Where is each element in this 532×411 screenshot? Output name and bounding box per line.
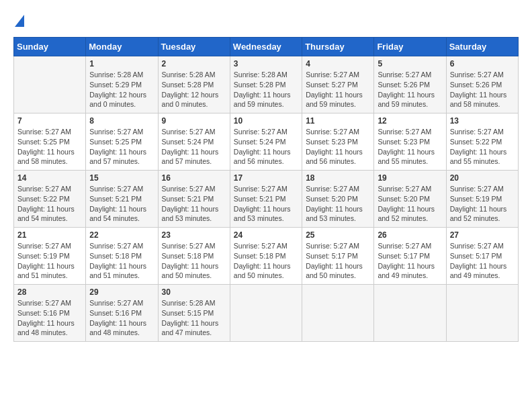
day-info: Sunrise: 5:27 AM Sunset: 5:21 PM Dayligh… — [162, 184, 226, 224]
day-number: 27 — [450, 230, 515, 240]
calendar-cell: 11Sunrise: 5:27 AM Sunset: 5:23 PM Dayli… — [302, 113, 374, 171]
col-header-wednesday: Wednesday — [230, 38, 302, 56]
day-number: 23 — [162, 230, 226, 240]
day-number: 17 — [234, 173, 298, 183]
calendar-cell: 18Sunrise: 5:27 AM Sunset: 5:20 PM Dayli… — [302, 171, 374, 228]
calendar-cell: 1Sunrise: 5:28 AM Sunset: 5:29 PM Daylig… — [86, 56, 158, 113]
calendar-cell: 15Sunrise: 5:27 AM Sunset: 5:21 PM Dayli… — [86, 171, 158, 228]
day-info: Sunrise: 5:27 AM Sunset: 5:19 PM Dayligh… — [450, 184, 515, 224]
day-info: Sunrise: 5:27 AM Sunset: 5:25 PM Dayligh… — [89, 127, 154, 167]
calendar-week-row: 7Sunrise: 5:27 AM Sunset: 5:25 PM Daylig… — [14, 113, 519, 171]
calendar-cell: 10Sunrise: 5:27 AM Sunset: 5:24 PM Dayli… — [230, 113, 302, 171]
day-number: 22 — [89, 230, 154, 240]
day-number: 14 — [17, 173, 82, 183]
col-header-sunday: Sunday — [14, 38, 86, 56]
calendar-cell: 22Sunrise: 5:27 AM Sunset: 5:18 PM Dayli… — [86, 228, 158, 285]
page-header — [13, 13, 519, 30]
day-number: 15 — [89, 173, 154, 183]
day-number: 3 — [234, 59, 298, 68]
calendar-cell: 19Sunrise: 5:27 AM Sunset: 5:20 PM Dayli… — [374, 171, 446, 228]
calendar-cell: 25Sunrise: 5:27 AM Sunset: 5:17 PM Dayli… — [302, 228, 374, 285]
day-number: 12 — [378, 116, 442, 126]
calendar-cell: 23Sunrise: 5:27 AM Sunset: 5:18 PM Dayli… — [158, 228, 230, 285]
calendar-cell: 27Sunrise: 5:27 AM Sunset: 5:17 PM Dayli… — [446, 228, 518, 285]
day-info: Sunrise: 5:27 AM Sunset: 5:17 PM Dayligh… — [306, 241, 370, 281]
day-info: Sunrise: 5:27 AM Sunset: 5:20 PM Dayligh… — [378, 184, 442, 224]
calendar-cell: 3Sunrise: 5:28 AM Sunset: 5:28 PM Daylig… — [230, 56, 302, 113]
calendar-cell: 4Sunrise: 5:27 AM Sunset: 5:27 PM Daylig… — [302, 56, 374, 113]
col-header-tuesday: Tuesday — [158, 38, 230, 56]
logo-arrow-icon — [15, 14, 24, 30]
day-number: 25 — [306, 230, 370, 240]
day-number: 1 — [89, 59, 154, 68]
day-info: Sunrise: 5:27 AM Sunset: 5:23 PM Dayligh… — [306, 127, 370, 167]
calendar-table: SundayMondayTuesdayWednesdayThursdayFrid… — [13, 37, 519, 342]
day-number: 10 — [234, 116, 298, 126]
day-number: 18 — [306, 173, 370, 183]
day-number: 19 — [378, 173, 442, 183]
day-number: 2 — [162, 59, 226, 68]
day-number: 30 — [162, 287, 226, 297]
day-info: Sunrise: 5:28 AM Sunset: 5:15 PM Dayligh… — [162, 298, 226, 338]
calendar-cell: 16Sunrise: 5:27 AM Sunset: 5:21 PM Dayli… — [158, 171, 230, 228]
day-number: 20 — [450, 173, 515, 183]
calendar-week-row: 28Sunrise: 5:27 AM Sunset: 5:16 PM Dayli… — [14, 285, 519, 342]
calendar-cell — [374, 285, 446, 342]
day-info: Sunrise: 5:27 AM Sunset: 5:25 PM Dayligh… — [17, 127, 82, 167]
day-number: 4 — [306, 59, 370, 68]
col-header-friday: Friday — [374, 38, 446, 56]
calendar-cell: 7Sunrise: 5:27 AM Sunset: 5:25 PM Daylig… — [14, 113, 86, 171]
day-number: 5 — [378, 59, 442, 68]
col-header-saturday: Saturday — [446, 38, 518, 56]
col-header-monday: Monday — [86, 38, 158, 56]
calendar-cell: 14Sunrise: 5:27 AM Sunset: 5:22 PM Dayli… — [14, 171, 86, 228]
calendar-week-row: 1Sunrise: 5:28 AM Sunset: 5:29 PM Daylig… — [14, 56, 519, 113]
day-info: Sunrise: 5:27 AM Sunset: 5:18 PM Dayligh… — [162, 241, 226, 281]
day-info: Sunrise: 5:27 AM Sunset: 5:18 PM Dayligh… — [234, 241, 298, 281]
day-info: Sunrise: 5:27 AM Sunset: 5:17 PM Dayligh… — [450, 241, 515, 281]
calendar-cell: 8Sunrise: 5:27 AM Sunset: 5:25 PM Daylig… — [86, 113, 158, 171]
day-info: Sunrise: 5:27 AM Sunset: 5:19 PM Dayligh… — [17, 241, 82, 281]
calendar-cell — [302, 285, 374, 342]
calendar-week-row: 21Sunrise: 5:27 AM Sunset: 5:19 PM Dayli… — [14, 228, 519, 285]
day-number: 28 — [17, 287, 82, 297]
day-number: 26 — [378, 230, 442, 240]
day-info: Sunrise: 5:27 AM Sunset: 5:26 PM Dayligh… — [378, 70, 442, 109]
day-info: Sunrise: 5:27 AM Sunset: 5:16 PM Dayligh… — [89, 298, 154, 338]
calendar-cell: 17Sunrise: 5:27 AM Sunset: 5:21 PM Dayli… — [230, 171, 302, 228]
day-info: Sunrise: 5:27 AM Sunset: 5:20 PM Dayligh… — [306, 184, 370, 224]
svg-marker-0 — [15, 15, 24, 27]
day-number: 8 — [89, 116, 154, 126]
calendar-cell: 24Sunrise: 5:27 AM Sunset: 5:18 PM Dayli… — [230, 228, 302, 285]
calendar-cell: 28Sunrise: 5:27 AM Sunset: 5:16 PM Dayli… — [14, 285, 86, 342]
calendar-cell: 30Sunrise: 5:28 AM Sunset: 5:15 PM Dayli… — [158, 285, 230, 342]
calendar-cell: 9Sunrise: 5:27 AM Sunset: 5:24 PM Daylig… — [158, 113, 230, 171]
day-info: Sunrise: 5:27 AM Sunset: 5:22 PM Dayligh… — [17, 184, 82, 224]
calendar-cell: 5Sunrise: 5:27 AM Sunset: 5:26 PM Daylig… — [374, 56, 446, 113]
day-info: Sunrise: 5:27 AM Sunset: 5:17 PM Dayligh… — [378, 241, 442, 281]
day-info: Sunrise: 5:28 AM Sunset: 5:29 PM Dayligh… — [89, 70, 154, 109]
day-number: 24 — [234, 230, 298, 240]
calendar-cell: 13Sunrise: 5:27 AM Sunset: 5:22 PM Dayli… — [446, 113, 518, 171]
day-info: Sunrise: 5:27 AM Sunset: 5:24 PM Dayligh… — [162, 127, 226, 167]
calendar-cell — [230, 285, 302, 342]
calendar-cell: 6Sunrise: 5:27 AM Sunset: 5:26 PM Daylig… — [446, 56, 518, 113]
day-info: Sunrise: 5:28 AM Sunset: 5:28 PM Dayligh… — [162, 70, 226, 109]
day-info: Sunrise: 5:27 AM Sunset: 5:27 PM Dayligh… — [306, 70, 370, 109]
calendar-cell: 12Sunrise: 5:27 AM Sunset: 5:23 PM Dayli… — [374, 113, 446, 171]
day-info: Sunrise: 5:27 AM Sunset: 5:16 PM Dayligh… — [17, 298, 82, 338]
day-number: 21 — [17, 230, 82, 240]
logo — [13, 13, 24, 30]
day-info: Sunrise: 5:27 AM Sunset: 5:21 PM Dayligh… — [234, 184, 298, 224]
day-number: 7 — [17, 116, 82, 126]
day-info: Sunrise: 5:27 AM Sunset: 5:18 PM Dayligh… — [89, 241, 154, 281]
day-info: Sunrise: 5:27 AM Sunset: 5:23 PM Dayligh… — [378, 127, 442, 167]
day-info: Sunrise: 5:27 AM Sunset: 5:22 PM Dayligh… — [450, 127, 515, 167]
day-number: 11 — [306, 116, 370, 126]
col-header-thursday: Thursday — [302, 38, 374, 56]
calendar-header-row: SundayMondayTuesdayWednesdayThursdayFrid… — [14, 38, 519, 56]
day-info: Sunrise: 5:27 AM Sunset: 5:21 PM Dayligh… — [89, 184, 154, 224]
calendar-cell: 26Sunrise: 5:27 AM Sunset: 5:17 PM Dayli… — [374, 228, 446, 285]
calendar-cell — [446, 285, 518, 342]
day-number: 16 — [162, 173, 226, 183]
